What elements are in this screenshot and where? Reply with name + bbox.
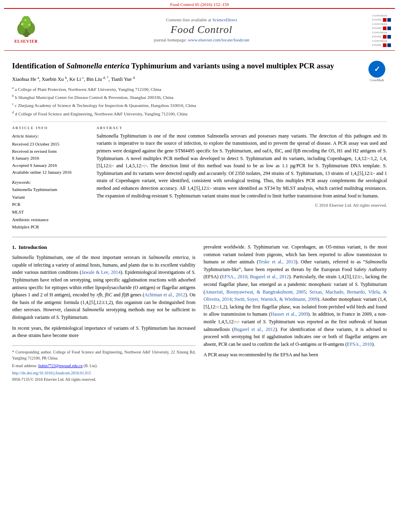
ref-jawale[interactable]: Jawale & Lee, 2014 <box>81 269 121 275</box>
issn-line: 0956-7135/© 2016 Elsevier Ltd. All right… <box>12 376 195 383</box>
right-para2: A PCR assay was recommended by the EFSA … <box>204 351 387 359</box>
ref-switt[interactable]: Switt, Soyer, Warnick, & Wiedmann, 2009 <box>234 296 317 302</box>
intro-heading: 1. Introduction <box>12 243 195 251</box>
keyword-5: Antibiotic resistance <box>12 216 88 224</box>
body-right-col: prevalent worldwide. S. Typhimurium var.… <box>204 243 387 384</box>
article-history: Article history: Received 23 October 201… <box>12 132 88 176</box>
affiliation-a: a a College of Plant Protection, Northwe… <box>12 85 363 93</box>
svg-point-4 <box>21 16 31 29</box>
abstract-text: Salmonella Typhimurium is one of the mos… <box>97 132 387 199</box>
intro-para2: In recent years, the epidemiological imp… <box>12 325 195 339</box>
homepage-line: journal homepage: www.elsevier.com/locat… <box>44 37 359 42</box>
email-line: E-mail address: liubin7723@nwsuaf.edu.cn… <box>12 363 195 369</box>
svg-point-5 <box>21 23 23 25</box>
body-section: 1. Introduction Salmonella Typhimurium, … <box>12 243 387 384</box>
ref-hauser[interactable]: Hauser et al., 2009 <box>271 311 308 317</box>
right-para1: prevalent worldwide. S. Typhimurium var.… <box>204 243 387 348</box>
journal-right-pattern: CONTROL FOOD CONTROL FOOD CONTROL FOOD C… <box>359 12 391 47</box>
elsevier-tree-icon <box>13 16 39 38</box>
contents-line: Contents lists available at ScienceDirec… <box>44 17 359 22</box>
ref-teske[interactable]: Teske et al., 2013 <box>259 259 296 265</box>
ref-efsa1[interactable]: EFSA., 2010 <box>222 274 247 279</box>
article-info-label: ARTICLE INFO <box>12 126 88 130</box>
svg-text:✓: ✓ <box>374 65 380 73</box>
email-link[interactable]: liubin7723@nwsuaf.edu.cn <box>38 364 82 368</box>
body-left-col: 1. Introduction Salmonella Typhimurium, … <box>12 243 195 384</box>
top-citation-bar: Food Control 65 (2016) 152–159 <box>0 0 399 8</box>
homepage-link[interactable]: www.elsevier.com/locate/foodcont <box>188 37 249 42</box>
keyword-4: MLST <box>12 208 88 216</box>
affiliation-c: c c Zhejiang Academy of Science & Techno… <box>12 101 363 109</box>
journal-center: Contents lists available at ScienceDirec… <box>44 17 359 42</box>
page-footer: * Corresponding author. College of Food … <box>12 345 195 383</box>
svg-point-6 <box>28 24 30 26</box>
affiliations: a a College of Plant Protection, Northwe… <box>12 85 363 117</box>
article-title: Identification of Salmonella enterica Ty… <box>12 61 363 72</box>
journal-title: Food Control <box>44 24 359 36</box>
ref-efsa2[interactable]: EFSA., 2010 <box>347 341 372 347</box>
keywords-list: Salmonella Typhimurium Variant PCR MLST … <box>12 186 88 231</box>
keyword-1: Salmonella Typhimurium <box>12 186 88 193</box>
affiliation-b: b b Shanghai Municipal Center for Diseas… <box>12 93 363 101</box>
journal-citation: Food Control 65 (2016) 152–159 <box>170 2 229 7</box>
info-abstract-section: ARTICLE INFO Article history: Received 2… <box>12 126 387 231</box>
affiliation-d: d d College of Food Science and Engineer… <box>12 109 363 117</box>
article-title-text: Identification of Salmonella enterica Ty… <box>12 61 363 117</box>
ref-achtman[interactable]: Achtman et al., 2012 <box>144 292 185 298</box>
doi-line: http://dx.doi.org/10.1016/j.foodcont.201… <box>12 370 195 376</box>
article-title-section: Identification of Salmonella enterica Ty… <box>12 55 387 122</box>
article-info-col: ARTICLE INFO Article history: Received 2… <box>12 126 88 231</box>
elsevier-label: ELSEVIER <box>14 39 38 43</box>
journal-header: ELSEVIER Contents lists available at Sci… <box>4 8 395 51</box>
ref-bugarel1[interactable]: Bugarel et al., 2012 <box>250 274 289 279</box>
corresponding-note: * Corresponding author. College of Food … <box>12 349 195 362</box>
abstract-label: ABSTRACT <box>97 126 387 130</box>
control-pattern: CONTROL FOOD CONTROL FOOD CONTROL FOOD C… <box>372 14 391 47</box>
keyword-6: Multiplex PCR <box>12 223 88 231</box>
crossmark-label: CrossMark <box>370 78 384 82</box>
ref-amavisit[interactable]: Amavisit, Boonyawiwat, & Bangtrakulnont,… <box>205 289 306 295</box>
elsevier-logo: ELSEVIER <box>8 16 44 43</box>
copyright-line: © 2016 Elsevier Ltd. All rights reserved… <box>97 203 387 207</box>
crossmark: ✓ CrossMark <box>367 61 387 82</box>
intro-para1: Salmonella Typhimurium, one of the most … <box>12 254 195 321</box>
svg-point-7 <box>25 19 26 21</box>
section-divider <box>12 237 387 237</box>
abstract-col: ABSTRACT Salmonella Typhimurium is one o… <box>97 126 387 231</box>
keyword-2: Variant <box>12 193 88 201</box>
ref-bugarel2[interactable]: Bugarel et al., 2012 <box>234 327 275 332</box>
authors: Xiaohua He a, Xuebin Xu b, Ke Li c, Bin … <box>12 76 363 82</box>
sciencedirect-link[interactable]: ScienceDirect <box>212 17 237 22</box>
crossmark-icon: ✓ <box>368 61 385 78</box>
keywords-section: Keywords: Salmonella Typhimurium Variant… <box>12 180 88 231</box>
doi-link[interactable]: http://dx.doi.org/10.1016/j.foodcont.201… <box>12 371 91 375</box>
main-content: Identification of Salmonella enterica Ty… <box>0 51 399 392</box>
keyword-3: PCR <box>12 201 88 208</box>
